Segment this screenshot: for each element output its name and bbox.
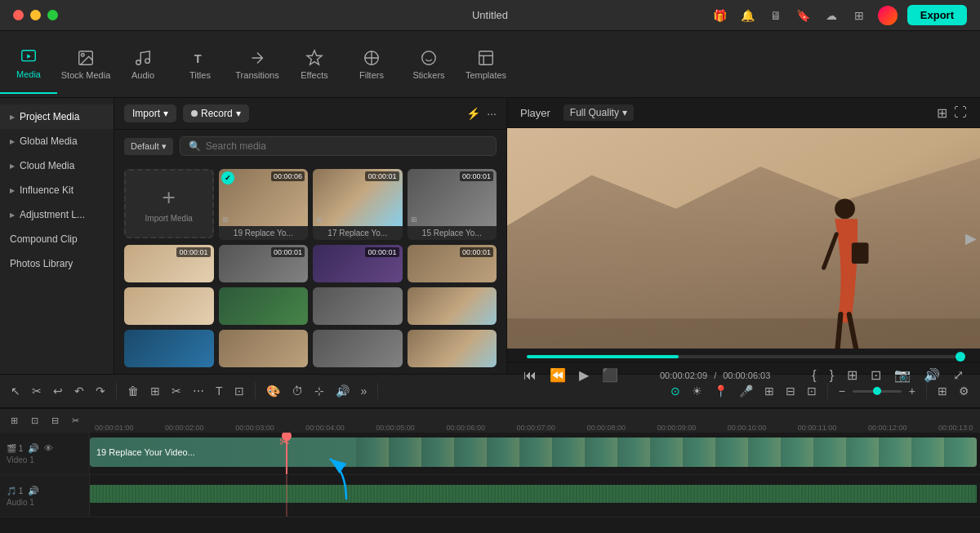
skip-back-icon[interactable]: ⏮ — [520, 368, 540, 383]
mark-in-icon[interactable]: { — [808, 368, 819, 383]
media-item-17[interactable]: 00:00:01 ⊞ 17 Replace Yo... — [313, 169, 403, 240]
media-item-r2[interactable] — [219, 330, 309, 367]
trim-tool[interactable]: ✂ — [28, 381, 46, 401]
play-button[interactable]: ▶ — [576, 367, 592, 383]
monitor-icon[interactable]: 🖥 — [767, 7, 785, 24]
media-item-r4[interactable] — [408, 330, 497, 367]
select-tool[interactable]: ↖ — [7, 381, 24, 401]
text-tool[interactable]: T — [212, 381, 227, 401]
user-avatar[interactable] — [878, 6, 898, 25]
media-label-17: 17 Replace Yo... — [313, 226, 403, 240]
more-tools[interactable]: » — [357, 381, 372, 401]
crop-tool[interactable]: ⊡ — [230, 381, 248, 401]
speed-tool[interactable]: ⏱ — [287, 381, 307, 401]
tab-filters[interactable]: Filters — [343, 35, 400, 94]
minimize-button[interactable] — [30, 10, 41, 20]
zoom-in-icon[interactable]: + — [905, 381, 920, 401]
bookmark-icon[interactable]: 🔖 — [795, 7, 813, 24]
gift-icon[interactable]: 🎁 — [711, 7, 729, 24]
track-add[interactable]: ⊞ — [760, 381, 778, 401]
mark-out-icon[interactable]: } — [826, 368, 837, 383]
tab-transitions[interactable]: Transitions — [229, 35, 286, 94]
delete-button[interactable]: 🗑 — [123, 381, 143, 401]
layout-icon[interactable]: ⊞ — [933, 381, 951, 401]
timeline-tool-4[interactable]: ✂ — [68, 412, 83, 429]
timeline-tool-2[interactable]: ⊡ — [27, 412, 42, 429]
close-button[interactable] — [13, 10, 24, 20]
sidebar-item-adjustment[interactable]: ▶ Adjustment L... — [0, 202, 114, 227]
filter-icon[interactable]: ⚡ — [466, 107, 480, 120]
tab-titles[interactable]: T Titles — [172, 35, 229, 94]
export-button[interactable]: Export — [907, 5, 967, 25]
color-tool[interactable]: 🎨 — [262, 381, 284, 401]
tab-stock-media[interactable]: Stock Media — [57, 35, 114, 94]
sidebar-item-project-media[interactable]: ▶ Project Media — [0, 104, 114, 129]
import-button[interactable]: Import ▾ — [124, 104, 176, 122]
step-back-icon[interactable]: ⏪ — [546, 367, 569, 383]
default-sort-button[interactable]: Default ▾ — [124, 138, 173, 155]
sidebar-item-influence-kit[interactable]: ▶ Influence Kit — [0, 178, 114, 202]
video-clip[interactable]: 19 Replace Your Video... — [90, 438, 977, 467]
video-mute-icon[interactable]: 🔊 — [28, 443, 39, 454]
clip-link[interactable]: 📍 — [710, 381, 732, 401]
video-eye-icon[interactable]: 👁 — [44, 443, 53, 453]
snap-toggle[interactable]: ⊙ — [666, 381, 684, 401]
media-item-19b[interactable]: 00:00:01 ⊞ 19 Replace Yo... — [408, 245, 497, 282]
more-options-icon[interactable]: ··· — [487, 107, 497, 120]
cloud-icon[interactable]: ☁ — [822, 7, 840, 24]
ripple-delete[interactable]: ⋯ — [189, 381, 208, 401]
notification-icon[interactable]: 🔔 — [739, 7, 757, 24]
track-settings[interactable]: ⊟ — [782, 381, 800, 401]
audio-tool[interactable]: 🔊 — [332, 381, 354, 401]
stop-button[interactable]: ⬛ — [599, 367, 621, 383]
ripple-mode[interactable]: ☀ — [688, 381, 706, 401]
audio-clip[interactable] — [90, 485, 977, 503]
media-item-r3[interactable] — [313, 330, 403, 367]
media-time-16: 00:00:01 — [365, 247, 399, 257]
search-input[interactable] — [206, 140, 488, 152]
timeline-tool-1[interactable]: ⊞ — [7, 412, 22, 429]
progress-bar[interactable] — [527, 355, 960, 358]
pip-view[interactable]: ⊡ — [803, 381, 821, 401]
quality-select[interactable]: Full Quality ▾ — [564, 104, 634, 121]
tab-templates[interactable]: Templates — [457, 35, 514, 94]
redo-button[interactable]: ↷ — [91, 381, 109, 401]
split-clip-button[interactable]: ✂ — [167, 381, 185, 401]
tab-effects[interactable]: Effects — [286, 35, 343, 94]
sidebar-item-photos-library[interactable]: Photos Library — [0, 251, 114, 276]
media-item-16[interactable]: 00:00:01 ⊞ 16 Replace Yo... — [313, 245, 403, 282]
sidebar-item-global-media[interactable]: ▶ Global Media — [0, 129, 114, 153]
media-item-22[interactable]: ⊞ 22 Replace Yo... — [219, 287, 309, 325]
import-media-button[interactable]: + Import Media — [124, 169, 214, 238]
tab-audio[interactable]: Audio — [114, 35, 172, 94]
media-item-18a[interactable]: 00:00:01 ⊞ 18 Replace Yo... — [124, 245, 214, 282]
timeline-tool-3[interactable]: ⊟ — [47, 412, 63, 429]
sidebar-item-cloud-media[interactable]: ▶ Cloud Media — [0, 153, 114, 178]
ripple-tool[interactable]: ↩ — [49, 381, 67, 401]
media-item-r1[interactable] — [124, 330, 214, 367]
media-item-20[interactable]: ⊞ 20 Replace Yo... — [313, 287, 403, 325]
stabilize-tool[interactable]: ⊹ — [310, 381, 328, 401]
mic-button[interactable]: 🎤 — [735, 381, 757, 401]
grid-view-icon[interactable]: ⊞ — [937, 105, 947, 121]
record-button[interactable]: Record ▾ — [183, 104, 249, 122]
media-item-27[interactable]: ⊞ 27 Replace Yo... — [124, 287, 214, 325]
tab-stickers[interactable]: Stickers — [400, 35, 457, 94]
zoom-thumb[interactable] — [873, 387, 881, 395]
media-item-19a[interactable]: 00:00:06 ✓ ⊞ 19 Replace Yo... — [219, 169, 309, 240]
media-item-18b[interactable]: ⊞ 18 Replace Yo... — [408, 287, 497, 325]
zoom-out-icon[interactable]: − — [835, 381, 849, 401]
clip-tool[interactable]: ⊞ — [146, 381, 164, 401]
media-item-15[interactable]: 00:00:01 ⊞ 15 Replace Yo... — [408, 169, 497, 240]
fullscreen-icon[interactable]: ⛶ — [954, 105, 967, 120]
sidebar-item-compound-clip[interactable]: Compound Clip — [0, 227, 114, 251]
progress-fill — [527, 355, 679, 358]
apps-icon[interactable]: ⊞ — [850, 7, 868, 24]
media-item-14[interactable]: 00:00:01 ⊞ 14 Replace Yo... — [219, 245, 309, 282]
maximize-button[interactable] — [47, 10, 58, 20]
audio-mute-icon[interactable]: 🔊 — [28, 486, 39, 496]
next-frame-button[interactable]: ▶ — [962, 226, 980, 251]
undo-button[interactable]: ↶ — [70, 381, 88, 401]
settings-icon[interactable]: ⚙ — [955, 381, 973, 401]
tab-media[interactable]: Media — [0, 35, 57, 94]
